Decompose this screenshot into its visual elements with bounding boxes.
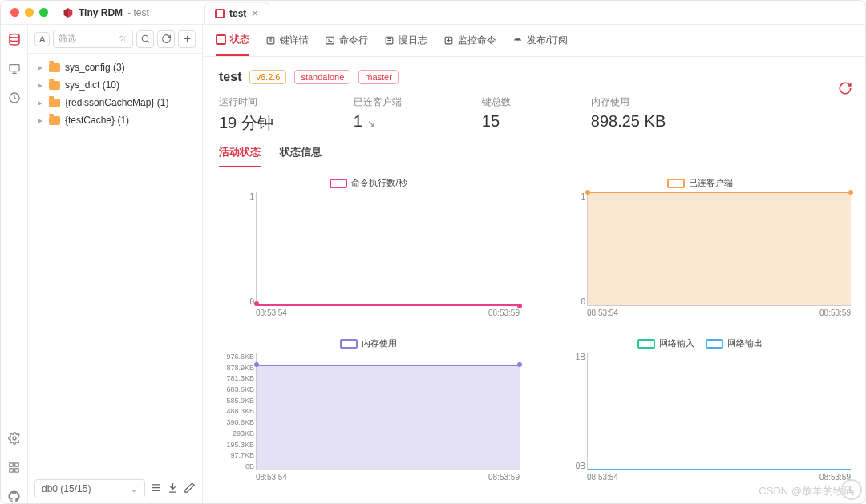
folder-icon <box>49 116 60 125</box>
stat-label: 已连客户端 <box>354 95 402 109</box>
charts-grid: 命令执行数/秒 10 08:53:5408:53:59 已连客户端 <box>203 167 865 503</box>
tab-slowlog[interactable]: 慢日志 <box>384 33 427 56</box>
tab-status[interactable]: 状态 <box>216 33 249 56</box>
main-content: 状态 键详情 命令行 慢日志 监控命令 发布/订阅 test v6.2.6 st… <box>203 25 865 503</box>
tree-item[interactable]: ▸{redissonCacheMap} (1) <box>28 94 202 111</box>
tab-keyinfo[interactable]: 键详情 <box>265 33 309 56</box>
titlebar: Tiny RDM - test test ✕ <box>1 1 865 25</box>
traffic-max[interactable] <box>39 8 48 17</box>
subtab-activity[interactable]: 活动状态 <box>219 145 261 167</box>
import-icon[interactable] <box>167 482 179 496</box>
badge-role: master <box>358 70 399 84</box>
status-icon <box>216 34 226 45</box>
tab-cli[interactable]: 命令行 <box>325 33 368 56</box>
tree-item[interactable]: ▸{testCache} (1) <box>28 111 202 129</box>
tab-monitor[interactable]: 监控命令 <box>443 33 496 56</box>
chart-ops: 命令执行数/秒 10 08:53:5408:53:59 <box>217 177 520 317</box>
add-button[interactable] <box>178 30 196 48</box>
db-selector[interactable]: db0 (15/15)⌄ <box>34 479 145 498</box>
edit-icon[interactable] <box>184 482 196 496</box>
status-subtabs: 活动状态 状态信息 <box>203 142 865 167</box>
tab-test[interactable]: test ✕ <box>204 2 269 24</box>
svg-rect-1 <box>10 65 19 71</box>
refresh-icon[interactable] <box>838 81 852 98</box>
folder-icon <box>49 81 60 90</box>
nav-history-icon[interactable] <box>7 91 22 105</box>
stat-label: 运行时间 <box>219 95 273 109</box>
tab-pubsub[interactable]: 发布/订阅 <box>512 33 568 56</box>
nav-github-icon[interactable] <box>7 489 22 503</box>
trend-down-icon: ↘ <box>367 118 375 129</box>
chart-clients: 已连客户端 10 08:53:5408:53:59 <box>548 177 851 317</box>
search-mode-button[interactable]: A <box>34 32 50 46</box>
stat-memory: 898.25 KB <box>591 112 666 131</box>
traffic-close[interactable] <box>10 8 19 17</box>
key-tree: ▸sys_config (3) ▸sys_dict (10) ▸{redisso… <box>28 54 202 474</box>
search-button[interactable] <box>136 30 154 48</box>
svg-rect-7 <box>15 468 18 471</box>
stat-clients: 1↘ <box>354 112 402 131</box>
svg-point-3 <box>13 437 16 440</box>
tree-item[interactable]: ▸sys_config (3) <box>28 58 202 76</box>
stat-label: 内存使用 <box>591 95 666 109</box>
nav-grid-icon[interactable] <box>7 460 22 474</box>
help-icon[interactable]: ?⃝ <box>119 34 127 44</box>
app-subtitle: - test <box>127 7 149 18</box>
expand-icon[interactable] <box>150 482 162 496</box>
tree-item[interactable]: ▸sys_dict (10) <box>28 76 202 94</box>
svg-rect-5 <box>15 462 18 466</box>
refresh-button[interactable] <box>157 30 175 48</box>
badge-mode: standalone <box>294 70 350 84</box>
stats-row: 运行时间19 分钟 已连客户端1↘ 键总数15 内存使用898.25 KB <box>203 84 865 142</box>
subtab-info[interactable]: 状态信息 <box>280 145 322 167</box>
svg-rect-4 <box>10 462 13 466</box>
folder-icon <box>49 63 60 72</box>
chart-network: 网络输入 网络输出 1B0B 08:53:5408:53:59 <box>548 337 851 482</box>
nav-server-icon[interactable] <box>7 33 22 47</box>
content-tabs: 状态 键详情 命令行 慢日志 监控命令 发布/订阅 <box>203 25 865 57</box>
svg-point-0 <box>10 34 19 38</box>
svg-rect-6 <box>10 468 13 471</box>
nav-settings-icon[interactable] <box>7 431 22 446</box>
stat-uptime: 19 分钟 <box>219 112 273 134</box>
tab-label: test <box>229 8 246 19</box>
app-title: Tiny RDM <box>79 7 123 18</box>
nav-monitor-icon[interactable] <box>7 62 22 76</box>
app-icon <box>63 7 74 18</box>
stat-keys: 15 <box>482 112 511 131</box>
conn-name: test <box>219 70 241 84</box>
badge-version: v6.2.6 <box>249 70 286 84</box>
db-icon <box>215 9 225 18</box>
search-input[interactable]: 筛选 ?⃝ <box>53 30 133 48</box>
traffic-min[interactable] <box>25 8 34 17</box>
tab-close-icon[interactable]: ✕ <box>251 8 259 19</box>
sidebar: A 筛选 ?⃝ ▸sys_config (3) ▸sys_dict (10) ▸… <box>28 25 203 503</box>
svg-point-8 <box>142 35 148 42</box>
chart-memory: 内存使用 976.6KB878.9KB781.3KB683.6KB585.9KB… <box>217 337 520 482</box>
tab-bar: test ✕ <box>204 0 269 24</box>
stat-label: 键总数 <box>482 95 511 109</box>
activity-bar <box>1 25 28 503</box>
folder-icon <box>49 99 60 107</box>
